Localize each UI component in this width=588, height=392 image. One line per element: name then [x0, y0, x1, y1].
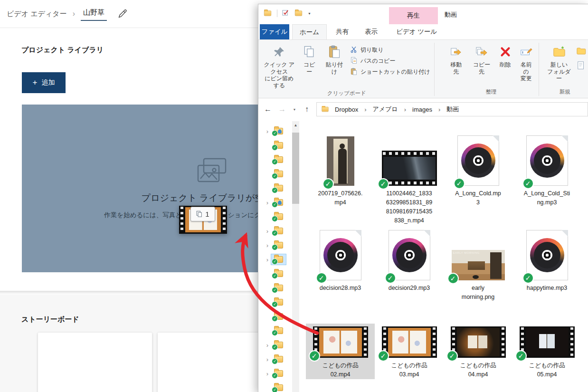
file-item[interactable]: ✓ decision28.mp3: [306, 228, 375, 302]
breadcrumb-dropbox[interactable]: Dropbox: [331, 106, 362, 113]
scrollbar-thumb[interactable]: [292, 133, 299, 204]
breadcrumb-separator-icon[interactable]: ›: [403, 106, 407, 113]
expand-chevron-icon[interactable]: ›: [264, 242, 271, 249]
file-item[interactable]: ✓ こどもの作品03.mp4: [375, 324, 444, 379]
expand-chevron-icon[interactable]: ›: [264, 370, 271, 377]
tree-folder-item[interactable]: ›✓: [258, 238, 292, 252]
sync-check-icon: ✓: [447, 273, 459, 284]
move-to-button[interactable]: 移動先: [445, 42, 467, 76]
group-label-new: 新規: [542, 88, 588, 98]
expand-chevron-icon[interactable]: ›: [264, 256, 271, 263]
file-item[interactable]: ✓ A_Long_Cold.mp3: [444, 127, 512, 225]
tab-home[interactable]: ホーム: [292, 24, 327, 39]
breadcrumb-video[interactable]: 動画: [442, 105, 463, 114]
rename-pencil-icon[interactable]: [117, 9, 128, 19]
delete-button[interactable]: 削除: [496, 42, 515, 69]
add-button[interactable]: + 追加: [22, 72, 66, 93]
video-tools-play-tab[interactable]: 再生: [389, 7, 438, 24]
sync-check-icon: ✓: [272, 173, 278, 179]
file-item[interactable]: ✓ こどもの作品04.mp4: [444, 324, 512, 379]
tab-share[interactable]: 共有: [329, 24, 356, 39]
rename-button[interactable]: 名前の変更: [515, 42, 538, 83]
paste-shortcut-button[interactable]: ショートカットの貼り付け: [350, 67, 430, 76]
cut-button[interactable]: 切り取り: [350, 46, 430, 55]
sync-check-icon: ✓: [272, 373, 278, 379]
pin-to-quick-access-button[interactable]: クイック アクセスにピン留めする: [260, 42, 298, 90]
file-item[interactable]: ✓ こどもの作品05.mp4: [512, 324, 581, 379]
copy-path-icon: [350, 57, 358, 66]
group-label-clipboard: クリップボード: [260, 90, 433, 98]
window-title: 動画: [445, 10, 457, 19]
tree-folder-item[interactable]: ✓: [258, 381, 292, 392]
scroll-up-icon[interactable]: ▲: [292, 121, 299, 129]
file-name: decision29.mp3: [389, 284, 430, 293]
expand-chevron-icon[interactable]: ›: [264, 228, 271, 235]
tree-folder-item[interactable]: ✓: [258, 281, 292, 295]
file-name: 200719_075626.mp4: [318, 189, 363, 207]
copy-to-button[interactable]: コピー先: [467, 42, 496, 76]
file-name: こどもの作品05.mp4: [529, 361, 565, 379]
tree-folder-item[interactable]: ✓: [258, 295, 292, 309]
sync-check-icon: ✓: [272, 230, 278, 236]
tree-folder-item[interactable]: ›✓: [258, 195, 292, 210]
tab-view[interactable]: 表示: [358, 24, 385, 39]
image-thumbnail: EARLY MORNING ✓: [452, 250, 505, 280]
copy-button[interactable]: コピー: [298, 42, 321, 76]
recent-locations-caret-icon[interactable]: ▼: [292, 108, 297, 111]
new-folder-button[interactable]: 新しいフォルダー: [542, 42, 576, 83]
breadcrumb-ameblo[interactable]: アメブロ: [368, 105, 402, 114]
sync-check-icon: ✓: [272, 273, 278, 279]
folder-icon: ✓: [274, 228, 283, 234]
file-item[interactable]: ✓ decision29.mp3: [375, 228, 444, 302]
storyboard-card: [158, 333, 267, 392]
expand-chevron-icon[interactable]: ›: [264, 356, 271, 363]
project-name[interactable]: 山野草: [81, 7, 107, 21]
tree-folder-item[interactable]: ›✓: [258, 252, 292, 267]
file-item[interactable]: EARLY MORNING ✓ earlymorning.png: [444, 228, 512, 302]
group-label-organize: 整理: [445, 88, 537, 98]
file-item[interactable]: ✓ 110024462_183363299851831_89 810981697…: [375, 127, 444, 225]
address-bar[interactable]: Dropbox › アメブロ › images › 動画: [316, 102, 588, 116]
expand-chevron-icon[interactable]: ›: [264, 199, 271, 206]
file-name: こどもの作品02.mp4: [322, 361, 358, 379]
file-item-selected[interactable]: ✓ こどもの作品02.mp4: [306, 324, 375, 379]
breadcrumb-images[interactable]: images: [408, 106, 436, 113]
back-button[interactable]: ←: [263, 105, 273, 114]
expand-chevron-icon[interactable]: ›: [264, 128, 271, 135]
tab-file[interactable]: ファイル: [260, 24, 289, 39]
file-item[interactable]: ✓ A_Long_Cold_Sting.mp3: [512, 127, 581, 225]
customize-toolbar-caret-icon[interactable]: ▼: [308, 12, 311, 15]
tree-folder-item[interactable]: ✓: [258, 138, 292, 153]
copy-to-icon: [475, 44, 488, 59]
file-name: earlymorning.png: [462, 284, 495, 302]
tree-folder-item[interactable]: ›✓: [258, 338, 292, 352]
file-item[interactable]: ✓ 200719_075626.mp4: [306, 127, 375, 225]
tree-folder-item[interactable]: ✓: [258, 309, 292, 324]
tree-folder-item[interactable]: ✓: [258, 153, 292, 167]
tree-scrollbar[interactable]: ▲: [292, 121, 299, 392]
tree-folder-item[interactable]: ✓: [258, 181, 292, 195]
copy-path-button[interactable]: パスのコピー: [350, 57, 430, 66]
breadcrumb-separator-icon[interactable]: ›: [437, 106, 441, 113]
tree-folder-item[interactable]: ✓: [258, 267, 292, 281]
folder-icon[interactable]: [295, 10, 302, 16]
tree-folder-item[interactable]: ›✓: [258, 352, 292, 366]
tree-folder-item[interactable]: ✓: [258, 324, 292, 338]
shared-folder-icon: ✓: [274, 199, 283, 206]
breadcrumb-app[interactable]: ビデオ エディター: [7, 10, 67, 19]
up-button[interactable]: ↑: [302, 105, 312, 114]
tree-folder-item[interactable]: ›✓: [258, 224, 292, 238]
tree-folder-item[interactable]: ✓: [258, 167, 292, 181]
properties-check-icon[interactable]: [282, 9, 289, 18]
forward-button[interactable]: →: [277, 105, 287, 114]
sync-check-icon: ✓: [454, 178, 465, 189]
tree-folder-item[interactable]: ›✓: [258, 366, 292, 381]
tree-folder-item[interactable]: ›✓: [258, 124, 292, 138]
tab-video-tools[interactable]: ビデオ ツール: [391, 24, 442, 39]
folder-icon[interactable]: [264, 10, 271, 16]
file-item[interactable]: ✓ happytime.mp3: [512, 228, 581, 302]
breadcrumb-separator-icon[interactable]: ›: [363, 106, 367, 113]
tree-folder-item[interactable]: ✓: [258, 210, 292, 224]
paste-button[interactable]: 貼り付け: [321, 42, 348, 76]
expand-chevron-icon[interactable]: ›: [264, 342, 271, 349]
